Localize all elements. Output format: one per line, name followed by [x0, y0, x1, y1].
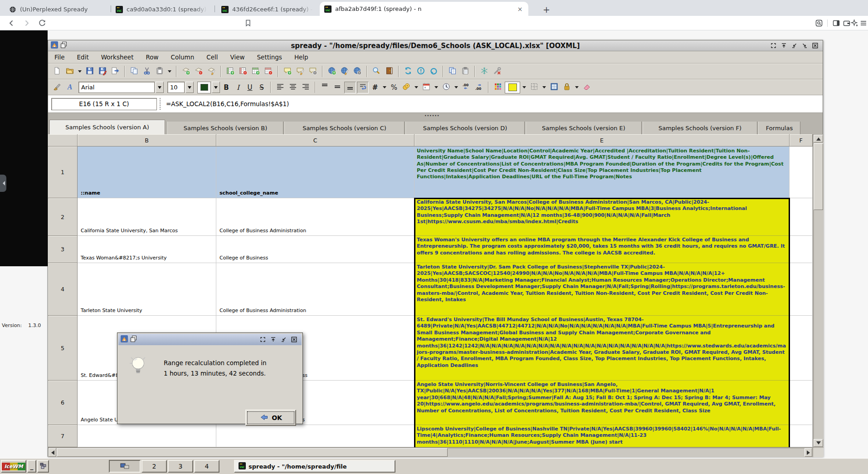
- cell-f5[interactable]: [790, 316, 813, 381]
- browser-tab[interactable]: VNCca9d0a0a33d0:1 (spready) - noVN: [111, 3, 212, 16]
- cell-b4[interactable]: Tarleton State University: [78, 263, 216, 316]
- scroll-right-button[interactable]: [805, 448, 812, 457]
- font-size-caret[interactable]: [185, 82, 194, 93]
- column-header-C[interactable]: C: [216, 134, 414, 147]
- dialog-restore-left-icon[interactable]: [280, 336, 288, 343]
- horizontal-scrollbar[interactable]: [48, 447, 813, 457]
- valign-bottom-button[interactable]: [344, 82, 356, 93]
- sheet-tab-version-e[interactable]: Samples Schools (version E): [526, 122, 642, 134]
- row-header-6[interactable]: 6: [48, 381, 78, 425]
- restore-left-icon[interactable]: [790, 42, 798, 49]
- valign-middle-button[interactable]: [332, 82, 343, 93]
- tools-button[interactable]: [491, 66, 503, 78]
- palette-button[interactable]: [492, 82, 504, 93]
- sheet-tab-formulas[interactable]: Formulas: [758, 122, 800, 134]
- paste-sheet-button[interactable]: [459, 66, 471, 78]
- dialog-restore-icon[interactable]: [130, 335, 137, 344]
- menu-row[interactable]: Row: [146, 54, 158, 61]
- decrease-decimals-button[interactable]: .00: [460, 82, 472, 93]
- window-titlebar[interactable]: spready - "/home/spready/files/Demo6_Sch…: [48, 40, 823, 51]
- novnc-control-handle[interactable]: [0, 175, 6, 192]
- browser-tab[interactable]: (Un)Perplexed Spready: [5, 3, 108, 16]
- reload-icon[interactable]: [37, 18, 47, 28]
- search-button[interactable]: [371, 66, 382, 78]
- row-header-7[interactable]: 7: [48, 425, 78, 447]
- dialog-rollup-icon[interactable]: [269, 336, 277, 343]
- horizontal-scroll-thumb[interactable]: [57, 448, 448, 457]
- sheet-tab-version-b[interactable]: Samples Schools (version B): [167, 122, 283, 134]
- delete-column-button[interactable]: -: [237, 66, 249, 78]
- currency-button[interactable]: [400, 82, 412, 93]
- wrap-text-button[interactable]: [357, 82, 369, 93]
- insert-column-button[interactable]: +: [224, 66, 236, 78]
- sheet-tab-version-c[interactable]: Samples Schools (version C): [284, 122, 405, 134]
- bold-button[interactable]: B: [221, 82, 232, 93]
- forward-icon[interactable]: [22, 18, 32, 28]
- fill-color-button[interactable]: [505, 82, 520, 93]
- save-button[interactable]: [84, 66, 96, 78]
- cell-f6[interactable]: [790, 381, 813, 425]
- cell-f4[interactable]: [790, 263, 813, 316]
- open-file-button[interactable]: [64, 66, 76, 78]
- dropdown-caret-icon[interactable]: [574, 82, 580, 93]
- add-hyperlink-button[interactable]: +: [326, 66, 338, 78]
- dialog-titlebar[interactable]: [118, 334, 302, 345]
- formula-input[interactable]: =ASK_LOCAL2(B16,C16,Formulas!$A$1): [166, 100, 289, 108]
- dropdown-caret-icon[interactable]: [541, 82, 547, 93]
- formula-splitter[interactable]: [160, 98, 162, 110]
- cell-f1[interactable]: [790, 147, 813, 198]
- new-tab-button[interactable]: +: [541, 4, 552, 15]
- cell-b1[interactable]: ::name: [78, 147, 216, 198]
- menu-view[interactable]: View: [230, 54, 244, 61]
- cell-f2[interactable]: [790, 198, 813, 236]
- ai-sparkle-icon[interactable]: [849, 18, 859, 28]
- bookmark-icon[interactable]: [243, 18, 253, 28]
- cell-b7[interactable]: [78, 425, 216, 447]
- dialog-close-icon[interactable]: [290, 336, 298, 343]
- scroll-left-button[interactable]: [49, 448, 56, 457]
- align-left-button[interactable]: [274, 82, 286, 93]
- column-header-E[interactable]: E: [414, 134, 790, 147]
- cell-e2[interactable]: California State University, San Marcos|…: [414, 198, 790, 236]
- cell-c1[interactable]: school_college_name: [216, 147, 414, 198]
- workspace-4-button[interactable]: 4: [194, 460, 219, 473]
- workspace-2-button[interactable]: 2: [141, 460, 167, 473]
- export-button[interactable]: [109, 66, 121, 78]
- delete-comment-button[interactable]: -: [307, 66, 319, 78]
- cell-e3[interactable]: Texas Woman's University offers an onlin…: [414, 236, 790, 263]
- redo-button[interactable]: [428, 66, 439, 78]
- menu-help[interactable]: Help: [294, 54, 308, 61]
- select-all-corner[interactable]: [48, 134, 78, 147]
- cell-c2[interactable]: College of Business Administration: [216, 198, 414, 236]
- font-name-caret[interactable]: [156, 82, 164, 93]
- workspace-3-button[interactable]: 3: [168, 460, 193, 473]
- row-header-2[interactable]: 2: [48, 198, 78, 236]
- row-header-4[interactable]: 4: [48, 263, 78, 316]
- strike-button[interactable]: S: [256, 82, 267, 93]
- cell-e6[interactable]: Angelo State University|Norris-Vincent C…: [414, 381, 790, 425]
- time-format-button[interactable]: [440, 82, 452, 93]
- restore-right-icon[interactable]: [801, 42, 809, 49]
- italic-button[interactable]: I: [233, 82, 244, 93]
- copy-button[interactable]: [128, 66, 140, 78]
- percent-format-button[interactable]: %: [389, 82, 400, 93]
- menu-column[interactable]: Column: [171, 54, 195, 61]
- align-right-button[interactable]: [300, 82, 312, 93]
- add-comment-button[interactable]: +: [282, 66, 293, 78]
- delete-row-button[interactable]: -: [263, 66, 274, 78]
- splitter-dots[interactable]: ......: [424, 113, 439, 117]
- underline-button[interactable]: U: [244, 82, 255, 93]
- name-box[interactable]: E16 (15 R x 1 C): [51, 98, 157, 110]
- eraser-button[interactable]: [581, 82, 593, 93]
- borders-button[interactable]: [528, 82, 540, 93]
- dropdown-caret-icon[interactable]: [433, 82, 439, 93]
- dropdown-caret-icon[interactable]: [413, 82, 419, 93]
- row-header-1[interactable]: 1: [48, 147, 78, 198]
- column-header-F[interactable]: F: [790, 134, 813, 147]
- taskbar-window-button[interactable]: VNC spready - "/home/spready/file: [234, 460, 395, 473]
- new-document-button[interactable]: [51, 66, 63, 78]
- menu-worksheet[interactable]: Worksheet: [101, 54, 134, 61]
- row-header-3[interactable]: 3: [48, 236, 78, 263]
- fullscreen-icon[interactable]: [770, 42, 777, 49]
- cell-e1[interactable]: University Name|School Name|Location|Con…: [414, 147, 790, 198]
